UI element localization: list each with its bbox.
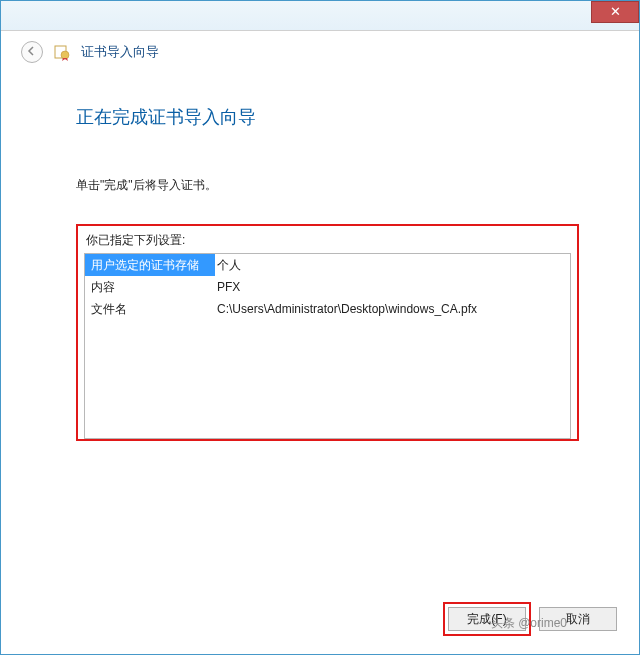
back-button[interactable] xyxy=(21,41,43,63)
settings-listview[interactable]: 用户选定的证书存储 个人 内容 PFX 文件名 C:\Users\Adminis… xyxy=(84,253,571,439)
setting-value: 个人 xyxy=(215,254,570,276)
setting-key: 用户选定的证书存储 xyxy=(85,254,215,276)
titlebar: ✕ xyxy=(1,1,639,31)
setting-value: PFX xyxy=(215,276,570,298)
setting-key: 内容 xyxy=(85,276,215,298)
close-button[interactable]: ✕ xyxy=(591,1,639,23)
svg-point-1 xyxy=(61,51,69,59)
wizard-title: 证书导入向导 xyxy=(81,43,159,61)
list-item[interactable]: 内容 PFX xyxy=(85,276,570,298)
instruction-text: 单击"完成"后将导入证书。 xyxy=(76,177,579,194)
settings-label: 你已指定下列设置: xyxy=(84,232,571,249)
settings-highlight: 你已指定下列设置: 用户选定的证书存储 个人 内容 PFX 文件名 C:\Use… xyxy=(76,224,579,441)
setting-key: 文件名 xyxy=(85,298,215,320)
certificate-icon xyxy=(53,43,71,61)
wizard-content: 正在完成证书导入向导 单击"完成"后将导入证书。 你已指定下列设置: 用户选定的… xyxy=(1,75,639,441)
list-item[interactable]: 用户选定的证书存储 个人 xyxy=(85,254,570,276)
back-arrow-icon xyxy=(26,45,38,60)
button-row: 完成(F) 取消 xyxy=(443,602,617,636)
close-icon: ✕ xyxy=(610,4,621,19)
setting-value: C:\Users\Administrator\Desktop\windows_C… xyxy=(215,298,570,320)
finish-highlight: 完成(F) xyxy=(443,602,531,636)
cancel-button[interactable]: 取消 xyxy=(539,607,617,631)
page-title: 正在完成证书导入向导 xyxy=(76,105,579,129)
finish-button[interactable]: 完成(F) xyxy=(448,607,526,631)
list-item[interactable]: 文件名 C:\Users\Administrator\Desktop\windo… xyxy=(85,298,570,320)
wizard-header: 证书导入向导 xyxy=(1,31,639,75)
wizard-window: ✕ 证书导入向导 正在完成证书导入向导 单击"完成"后将导入证书。 你已指定下列… xyxy=(0,0,640,655)
